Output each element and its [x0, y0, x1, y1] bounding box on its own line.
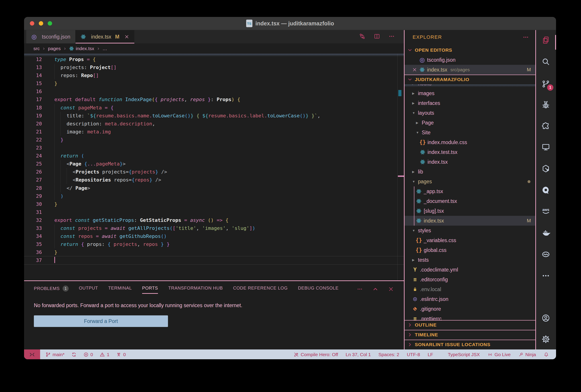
- status-go-live[interactable]: Go Live: [488, 352, 510, 357]
- more-actions-button[interactable]: [388, 33, 395, 40]
- scm-changes-badge: 1: [547, 84, 554, 91]
- status-cursor-position[interactable]: Ln 37, Col 1: [346, 352, 371, 357]
- tree-item-_document.tsx[interactable]: _document.tsx: [404, 196, 535, 206]
- status-warnings[interactable]: 1: [100, 352, 110, 357]
- forward-a-port-button[interactable]: Forward a Port: [34, 316, 168, 327]
- status-ninja[interactable]: Ninja: [518, 352, 536, 357]
- activity-extensions[interactable]: [541, 122, 551, 131]
- tree-item-.env.local[interactable]: .env.local: [404, 284, 535, 294]
- activity-source-control[interactable]: 1: [541, 80, 551, 89]
- open-changes-button[interactable]: [359, 33, 366, 40]
- status-language-mode[interactable]: TypeScript JSX: [441, 352, 480, 357]
- tree-item-styles[interactable]: ▼ styles: [404, 226, 535, 236]
- activity-search[interactable]: [541, 57, 551, 66]
- tree-item-.editorconfig[interactable]: ≡ .editorconfig: [404, 274, 535, 284]
- close-panel-button[interactable]: [388, 286, 394, 293]
- tab-index.tsx[interactable]: index.tsx M: [76, 30, 134, 44]
- section-outline[interactable]: OUTLINE: [404, 320, 535, 330]
- activity-aws[interactable]: [541, 206, 551, 216]
- activity-debug[interactable]: [541, 100, 551, 110]
- tree-item-index.tsx[interactable]: index.tsx: [404, 157, 535, 167]
- status-sync[interactable]: [71, 352, 77, 357]
- tree-item-[slug].tsx[interactable]: [slug].tsx: [404, 206, 535, 216]
- breadcrumb-item[interactable]: pages: [48, 46, 60, 51]
- close-tab-icon[interactable]: [124, 34, 130, 40]
- activity-remote-explorer[interactable]: [541, 142, 551, 152]
- tree-item-.prettierrc[interactable]: ≡ .prettierrc: [404, 314, 535, 320]
- project-root-header[interactable]: JUDITKARAMAZFOLIO: [404, 74, 535, 84]
- tree-item-interfaces[interactable]: ▶ interfaces: [404, 98, 535, 108]
- tree-item-global.css[interactable]: {} global.css: [404, 245, 535, 255]
- activity-more-extensions[interactable]: [541, 271, 551, 281]
- css-braces-icon: {}: [416, 247, 422, 253]
- activity-wave-tool[interactable]: [541, 250, 551, 259]
- tree-item-lib[interactable]: ▶ lib: [404, 167, 535, 176]
- maximize-panel-button[interactable]: [372, 286, 378, 293]
- tree-item-Page[interactable]: ▶ Page: [404, 118, 535, 128]
- code-editor[interactable]: 12type Props = { 13projects: Project[] 1…: [24, 54, 404, 280]
- panel-tab-transformation-hub[interactable]: TRANSFORMATION HUB: [168, 286, 223, 294]
- tree-item-images[interactable]: ▶ images: [404, 88, 535, 98]
- more-actions-button[interactable]: [357, 286, 363, 293]
- breadcrumb-item[interactable]: …: [102, 46, 107, 51]
- minimize-window-button[interactable]: [39, 21, 43, 26]
- code-line-15: 15}: [24, 80, 404, 88]
- debug-icon: [541, 100, 550, 109]
- tree-item-_variables.css[interactable]: {} _variables.css: [404, 236, 535, 245]
- modified-badge: M: [527, 218, 531, 224]
- tree-item-index.tsx[interactable]: index.tsx M: [404, 216, 535, 226]
- status-encoding[interactable]: UTF-8: [407, 352, 420, 357]
- tree-item-pages[interactable]: ▼ pages: [404, 176, 535, 186]
- section-timeline[interactable]: TIMELINE: [404, 330, 535, 340]
- more-extensions-icon: [541, 271, 550, 280]
- line-number: 13: [24, 64, 48, 72]
- lock-icon: [412, 287, 418, 292]
- status-indentation[interactable]: Spaces: 2: [378, 352, 399, 357]
- close-window-button[interactable]: [30, 21, 34, 26]
- status-ports-status[interactable]: 0: [116, 352, 126, 357]
- open-editor-index.tsx[interactable]: index.tsx src/pages M: [404, 65, 535, 74]
- split-editor-button[interactable]: [374, 33, 380, 40]
- title-bar: TS index.tsx — juditkaramazfolio: [24, 17, 556, 30]
- activity-explorer[interactable]: [541, 36, 551, 45]
- tree-item-Site[interactable]: ▼ Site: [404, 128, 535, 138]
- tree-item-tests[interactable]: ▶ tests: [404, 255, 535, 265]
- status-remote[interactable]: [24, 350, 40, 359]
- tree-item-index.module.css[interactable]: {} index.module.css: [404, 138, 535, 147]
- line-number: 31: [24, 208, 48, 216]
- panel-tab-code-reference-log[interactable]: CODE REFERENCE LOG: [233, 286, 288, 294]
- tab-tsconfig.json[interactable]: ◎tsconfig.json: [26, 30, 76, 44]
- open-editor-tsconfig.json[interactable]: ◎ tsconfig.json: [404, 55, 535, 65]
- close-editor-icon[interactable]: [412, 67, 417, 72]
- zoom-window-button[interactable]: [48, 21, 52, 26]
- open-editors-header[interactable]: OPEN EDITORS: [404, 45, 535, 55]
- explorer-more-actions-icon[interactable]: [522, 34, 529, 40]
- panel-tab-output[interactable]: OUTPUT: [79, 286, 98, 294]
- status-git-branch[interactable]: main*: [46, 352, 64, 357]
- tree-item-index.test.tsx[interactable]: index.test.tsx: [404, 147, 535, 157]
- activity-q-extension[interactable]: [541, 186, 551, 195]
- status-compile-hero[interactable]: Compile Hero: Off: [294, 352, 338, 357]
- tree-item-.eslintrc.json[interactable]: .eslintrc.json: [404, 294, 535, 304]
- activity-settings[interactable]: [541, 335, 551, 344]
- activity-account[interactable]: [541, 314, 551, 323]
- status-notifications[interactable]: [544, 352, 549, 357]
- react-icon: [416, 198, 422, 204]
- panel-tab-problems[interactable]: PROBLEMS 1: [34, 286, 68, 295]
- tree-item-.gitignore[interactable]: .gitignore: [404, 304, 535, 314]
- breadcrumb-item[interactable]: index.tsx: [69, 46, 94, 51]
- status-errors[interactable]: 0: [83, 352, 93, 357]
- activity-hex-tool[interactable]: [541, 164, 551, 174]
- line-number: 20: [24, 120, 48, 128]
- tree-item-layouts[interactable]: ▼ layouts: [404, 108, 535, 118]
- section-sonarlint-issue-locations[interactable]: SONARLINT ISSUE LOCATIONS: [404, 340, 535, 350]
- activity-docker[interactable]: [541, 228, 551, 238]
- tree-item-_app.tsx[interactable]: _app.tsx: [404, 186, 535, 196]
- tree-item-.codeclimate.yml[interactable]: Y .codeclimate.yml: [404, 265, 535, 274]
- status-eol[interactable]: LF: [428, 352, 433, 357]
- panel-tab-ports[interactable]: PORTS: [142, 286, 158, 294]
- activity-bar: 1: [536, 30, 556, 350]
- panel-tab-debug-console[interactable]: DEBUG CONSOLE: [298, 286, 338, 294]
- breadcrumb-item[interactable]: src: [34, 46, 40, 51]
- panel-tab-terminal[interactable]: TERMINAL: [108, 286, 132, 294]
